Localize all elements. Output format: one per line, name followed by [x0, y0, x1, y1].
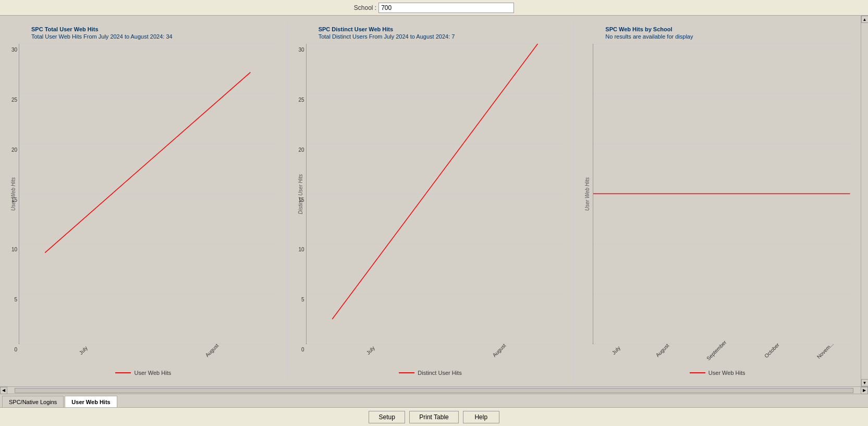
x-axis-label: July — [78, 345, 89, 356]
chart-subtitle-web-hits-by-school: No results are available for display — [605, 33, 850, 40]
y-tick-label: 10 — [292, 247, 304, 252]
legend-label: Distinct User Hits — [418, 370, 461, 376]
y-tick-label: 30 — [5, 47, 17, 53]
y-tick-label: 5 — [5, 297, 17, 302]
x-axis-label: August — [204, 343, 220, 358]
grid-line — [19, 344, 276, 344]
y-tick-label: 25 — [292, 96, 304, 102]
chart-inner-distinct-user-web-hits: 302520151050 — [306, 44, 564, 344]
chart-title-web-hits-by-school: SPC Web Hits by School — [605, 26, 850, 32]
y-tick-label: 30 — [292, 47, 304, 53]
x-axis-labels-total-user-web-hits: JulyAugust — [10, 346, 276, 354]
chart-inner-web-hits-by-school — [593, 44, 850, 344]
y-tick-label: 25 — [5, 96, 17, 102]
chart-svg-distinct-user-web-hits — [307, 44, 564, 344]
print-table-button[interactable]: Print Table — [409, 411, 458, 423]
chart-inner-total-user-web-hits: 302520151050 — [19, 44, 276, 344]
main-area: SPC Total User Web HitsTotal User Web Hi… — [0, 16, 868, 426]
x-axis-label: August — [492, 343, 507, 358]
legend-line-icon — [690, 372, 705, 373]
scroll-track — [15, 388, 853, 393]
chart-wrap-distinct-user-web-hits: Distinct User Hits302520151050 — [298, 44, 564, 344]
y-tick-label: 10 — [5, 247, 17, 252]
right-scrollbar[interactable]: ▲ ▼ — [861, 16, 868, 386]
chart-wrap-total-user-web-hits: User Web Hits302520151050 — [10, 44, 276, 344]
setup-button[interactable]: Setup — [369, 411, 405, 423]
charts-area: SPC Total User Web HitsTotal User Web Hi… — [0, 16, 861, 386]
svg-line-0 — [45, 72, 250, 253]
legend-label: User Web Hits — [134, 370, 171, 376]
scroll-right-button[interactable]: ▶ — [861, 387, 868, 394]
y-tick-label: 0 — [292, 347, 304, 352]
school-bar: School : — [0, 0, 868, 16]
svg-line-1 — [332, 44, 537, 319]
x-axis-label: July — [611, 345, 621, 356]
legend-label: User Web Hits — [708, 370, 745, 376]
legend-line-icon — [115, 372, 131, 373]
y-tick-label: 15 — [292, 197, 304, 202]
chart-subtitle-total-user-web-hits: Total User Web Hits From July 2024 to Au… — [31, 33, 276, 40]
chart-subtitle-distinct-user-web-hits: Total Distinct Users From July 2024 to A… — [319, 33, 564, 40]
x-axis-labels-web-hits-by-school: JulyAugustSeptemberOctoberNovem... — [584, 346, 850, 354]
x-axis-label: August — [655, 343, 670, 358]
tab-spc-native-logins[interactable]: SPC/Native Logins — [2, 396, 64, 407]
chart-svg-web-hits-by-school — [593, 44, 850, 344]
bottom-buttons-bar: Setup Print Table Help — [0, 407, 868, 426]
x-axis-label: July — [365, 345, 375, 356]
school-input[interactable] — [378, 3, 514, 13]
scroll-down-button[interactable]: ▼ — [861, 379, 869, 386]
y-tick-label: 5 — [292, 297, 304, 302]
chart-container-distinct-user-web-hits: SPC Distinct User Web HitsTotal Distinct… — [287, 21, 574, 381]
help-button[interactable]: Help — [463, 411, 499, 423]
y-tick-label: 20 — [292, 147, 304, 152]
y-axis-label-total-user-web-hits: User Web Hits — [10, 177, 19, 211]
chart-wrap-web-hits-by-school: User Web Hits — [584, 44, 850, 344]
tabs-bar: SPC/Native Logins User Web Hits — [0, 394, 868, 407]
grid-line — [307, 344, 564, 344]
legend-line-icon — [399, 372, 414, 373]
legend-distinct-user-web-hits: Distinct User Hits — [298, 370, 564, 376]
tab-user-web-hits[interactable]: User Web Hits — [65, 396, 117, 407]
x-axis-label: October — [764, 342, 781, 359]
school-label: School : — [354, 4, 376, 11]
y-axis-label-web-hits-by-school: User Web Hits — [584, 177, 593, 211]
chart-svg-total-user-web-hits — [19, 44, 276, 344]
y-axis-label-distinct-user-web-hits: Distinct User Hits — [298, 174, 306, 214]
x-axis-labels-distinct-user-web-hits: JulyAugust — [298, 346, 564, 354]
scroll-left-button[interactable]: ◀ — [0, 387, 7, 394]
charts-row: SPC Total User Web HitsTotal User Web Hi… — [0, 16, 868, 386]
y-tick-label: 0 — [5, 347, 17, 352]
y-tick-label: 20 — [5, 147, 17, 152]
scroll-up-button[interactable]: ▲ — [861, 16, 869, 23]
chart-container-total-user-web-hits: SPC Total User Web HitsTotal User Web Hi… — [0, 21, 287, 381]
chart-title-distinct-user-web-hits: SPC Distinct User Web Hits — [319, 26, 564, 32]
chart-title-total-user-web-hits: SPC Total User Web Hits — [31, 26, 276, 32]
horizontal-scrollbar[interactable]: ◀ ▶ — [0, 386, 868, 394]
chart-container-web-hits-by-school: SPC Web Hits by SchoolNo results are ava… — [573, 21, 861, 381]
legend-total-user-web-hits: User Web Hits — [10, 370, 276, 376]
y-tick-label: 15 — [5, 197, 17, 202]
legend-web-hits-by-school: User Web Hits — [584, 370, 850, 376]
